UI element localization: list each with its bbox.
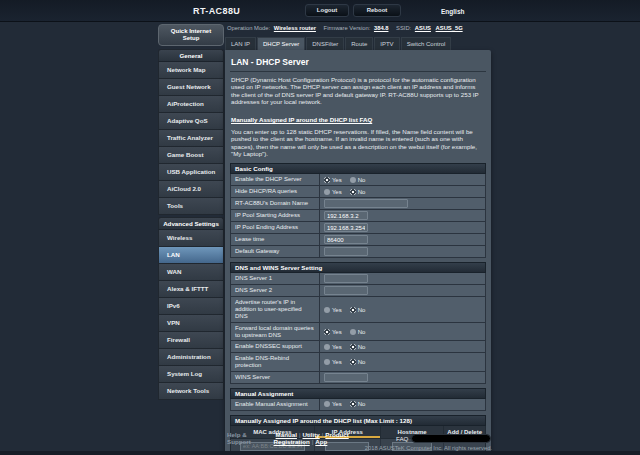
sidebar-item-wan[interactable]: WAN <box>158 264 224 281</box>
radio-icon-selected[interactable] <box>350 189 356 195</box>
radio-icon[interactable] <box>324 359 330 365</box>
tab-dhcp-server[interactable]: DHCP Server <box>257 37 305 50</box>
footer-link-separator: | <box>322 431 324 438</box>
sidebar-item-tools[interactable]: Tools <box>158 198 224 215</box>
radio-icon-selected[interactable] <box>350 401 356 407</box>
radio-icon-selected[interactable] <box>324 177 330 183</box>
section-basic-config: Basic ConfigEnable the DHCP ServerYesNoH… <box>230 163 486 258</box>
form-label-enable-manual-assignment: Enable Manual Assignment <box>231 399 320 410</box>
input-dns-server-1[interactable] <box>324 274 368 283</box>
radio-icon-selected[interactable] <box>350 307 356 313</box>
footer-link-app[interactable]: App <box>315 438 327 445</box>
sidebar-item-lan[interactable]: LAN <box>158 247 224 264</box>
firmware-version-link[interactable]: 384.8 <box>374 25 389 31</box>
ssid-link-2g[interactable]: ASUS <box>415 25 431 31</box>
radio-icon[interactable] <box>324 307 330 313</box>
logout-button[interactable]: Logout <box>305 4 349 17</box>
radio-icon[interactable] <box>324 189 330 195</box>
faq-search-input[interactable] <box>411 434 491 443</box>
radio-option-enable-dns-rebind-protection-no[interactable]: No <box>350 359 366 365</box>
tab-dnsfilter[interactable]: DNSFilter <box>306 37 344 50</box>
form-label-lease-time: Lease time <box>231 234 320 245</box>
sidebar-item-system-log[interactable]: System Log <box>158 366 224 383</box>
form-row-forward-local-domain-queries-to-upstream-dns: Forward local domain queries to upstream… <box>230 323 486 342</box>
radio-option-enable-dns-rebind-protection-yes[interactable]: Yes <box>324 359 342 365</box>
tab-iptv[interactable]: IPTV <box>374 37 399 50</box>
radio-option-forward-local-domain-queries-to-upstream-dns-no[interactable]: No <box>350 329 366 335</box>
form-row-advertise-router-s-ip-in-addition-to-user-specified-dns: Advertise router's IP in addition to use… <box>230 297 486 322</box>
router-model-title: RT-AC88U <box>193 6 240 16</box>
ssid-link-5g[interactable]: ASUS_5G <box>436 25 463 31</box>
form-label-dns-server-2: DNS Server 2 <box>231 285 320 296</box>
radio-icon[interactable] <box>350 177 356 183</box>
radio-option-hide-dhcp-ra-queries-no[interactable]: No <box>350 189 366 195</box>
input-ip-pool-ending-address[interactable] <box>324 223 368 232</box>
tab-switch-control[interactable]: Switch Control <box>401 37 452 50</box>
sidebar-item-game-boost[interactable]: Game Boost <box>158 147 224 164</box>
sidebar-section-advanced-settings: Advanced Settings <box>158 217 224 230</box>
sidebar-item-aiprotection[interactable]: AiProtection <box>158 96 224 113</box>
tab-lan-ip[interactable]: LAN IP <box>225 37 256 50</box>
form-label-enable-the-dhcp-server: Enable the DHCP Server <box>231 174 320 185</box>
sidebar-item-aicloud-2-0[interactable]: AiCloud 2.0 <box>158 181 224 198</box>
form-label-enable-dnssec-support: Enable DNSSEC support <box>231 341 320 352</box>
form-field-hide-dhcp-ra-queries: YesNo <box>320 186 485 197</box>
radio-option-advertise-router-s-ip-in-addition-to-user-specified-dns-yes[interactable]: Yes <box>324 307 342 313</box>
radio-icon-selected[interactable] <box>324 329 330 335</box>
input-default-gateway[interactable] <box>324 247 368 256</box>
input-ip-pool-starting-address[interactable] <box>324 211 368 220</box>
form-label-forward-local-domain-queries-to-upstream-dns: Forward local domain queries to upstream… <box>231 323 320 341</box>
form-row-ip-pool-ending-address: IP Pool Ending Address <box>230 222 486 234</box>
form-field-enable-the-dhcp-server: YesNo <box>320 174 485 185</box>
input-rt-ac88u-s-domain-name[interactable] <box>324 199 408 208</box>
radio-label: Yes <box>332 189 342 195</box>
radio-option-enable-the-dhcp-server-yes[interactable]: Yes <box>324 177 342 183</box>
radio-option-enable-dnssec-support-no[interactable]: No <box>350 344 366 350</box>
operation-mode-link[interactable]: Wireless router <box>274 25 316 31</box>
radio-icon-selected[interactable] <box>350 344 356 350</box>
radio-icon[interactable] <box>324 344 330 350</box>
section-header-dns-and-wins-server-setting: DNS and WINS Server Setting <box>230 262 486 273</box>
radio-option-enable-dnssec-support-yes[interactable]: Yes <box>324 344 342 350</box>
sidebar-item-firewall[interactable]: Firewall <box>158 332 224 349</box>
form-field-enable-dns-rebind-protection: YesNo <box>320 353 485 371</box>
form-label-advertise-router-s-ip-in-addition-to-user-specified-dns: Advertise router's IP in addition to use… <box>231 297 320 321</box>
sidebar-item-ipv6[interactable]: IPv6 <box>158 298 224 315</box>
sidebar-item-usb-application[interactable]: USB Application <box>158 164 224 181</box>
ssid-label: SSID: <box>396 25 411 31</box>
language-selector[interactable]: English <box>441 8 464 15</box>
radio-icon[interactable] <box>350 329 356 335</box>
form-label-dns-server-1: DNS Server 1 <box>231 273 320 284</box>
sidebar-item-alexa-ifttt[interactable]: Alexa & IFTTT <box>158 281 224 298</box>
form-row-wins-server: WINS Server <box>230 372 486 384</box>
quick-internet-setup-button[interactable]: Quick Internet Setup <box>158 24 224 46</box>
input-lease-time[interactable] <box>324 235 368 244</box>
radio-label: No <box>358 359 366 365</box>
radio-option-enable-manual-assignment-no[interactable]: No <box>350 401 366 407</box>
tab-route[interactable]: Route <box>345 37 373 50</box>
radio-option-hide-dhcp-ra-queries-yes[interactable]: Yes <box>324 189 342 195</box>
footer-link-utility[interactable]: Utility <box>303 431 320 438</box>
form-field-enable-dnssec-support: YesNo <box>320 341 485 352</box>
sidebar-item-network-map[interactable]: Network Map <box>158 62 224 79</box>
input-wins-server[interactable] <box>324 373 368 382</box>
footer-link-manual[interactable]: Manual <box>276 431 297 438</box>
dhcp-faq-link[interactable]: Manually Assigned IP around the DHCP lis… <box>231 116 372 123</box>
sidebar-item-guest-network[interactable]: Guest Network <box>158 79 224 96</box>
reboot-button[interactable]: Reboot <box>353 4 401 17</box>
radio-option-forward-local-domain-queries-to-upstream-dns-yes[interactable]: Yes <box>324 329 342 335</box>
radio-icon[interactable] <box>324 401 330 407</box>
sidebar-item-administration[interactable]: Administration <box>158 349 224 366</box>
sidebar-item-vpn[interactable]: VPN <box>158 315 224 332</box>
radio-option-advertise-router-s-ip-in-addition-to-user-specified-dns-no[interactable]: No <box>350 307 366 313</box>
sidebar-item-wireless[interactable]: Wireless <box>158 230 224 247</box>
sidebar-item-network-tools[interactable]: Network Tools <box>158 383 224 400</box>
radio-option-enable-manual-assignment-yes[interactable]: Yes <box>324 401 342 407</box>
form-row-hide-dhcp-ra-queries: Hide DHCP/RA queriesYesNo <box>230 186 486 198</box>
radio-label: Yes <box>332 359 342 365</box>
sidebar-item-adaptive-qos[interactable]: Adaptive QoS <box>158 113 224 130</box>
sidebar-item-traffic-analyzer[interactable]: Traffic Analyzer <box>158 130 224 147</box>
input-dns-server-2[interactable] <box>324 286 368 295</box>
radio-option-enable-the-dhcp-server-no[interactable]: No <box>350 177 366 183</box>
radio-icon-selected[interactable] <box>350 359 356 365</box>
